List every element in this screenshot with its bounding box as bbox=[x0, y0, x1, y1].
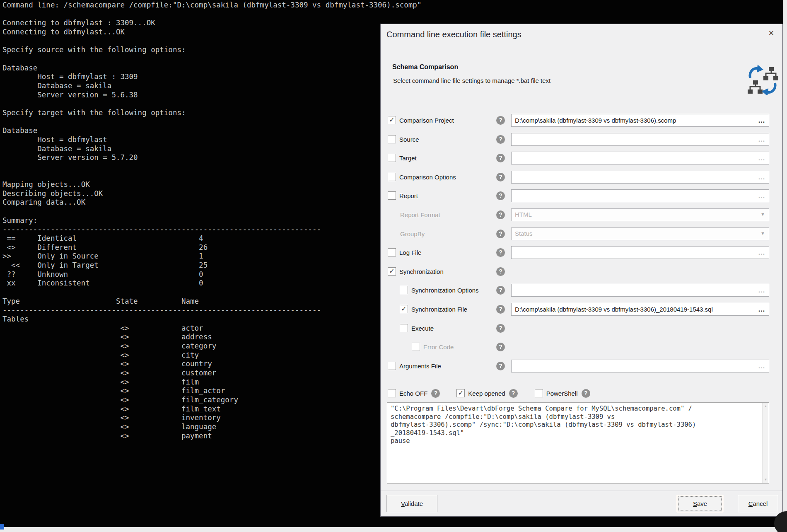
row-groupby: GroupBy ? Status ▼ bbox=[381, 224, 783, 243]
help-icon[interactable]: ? bbox=[496, 210, 505, 219]
help-icon[interactable]: ? bbox=[496, 135, 505, 144]
report-format-label: Report Format bbox=[400, 211, 440, 218]
browse-ellipsis-icon[interactable]: … bbox=[758, 360, 765, 372]
browse-ellipsis-icon[interactable]: … bbox=[758, 134, 765, 145]
source-input[interactable] bbox=[512, 133, 769, 145]
help-icon[interactable]: ? bbox=[496, 343, 505, 351]
row-arguments-file: Arguments File ? … bbox=[381, 356, 783, 375]
check-icon: ✓ bbox=[458, 390, 464, 397]
row-report: Report ? … bbox=[381, 186, 783, 205]
row-source: Source ? … bbox=[381, 130, 783, 149]
check-icon: ✓ bbox=[401, 306, 406, 312]
row-synchronization-file: ✓ Synchronization File ? … bbox=[381, 300, 783, 319]
error-code-label: Error Code bbox=[423, 343, 454, 351]
bat-text-area[interactable] bbox=[387, 403, 762, 483]
arguments-file-field: … bbox=[511, 360, 769, 372]
help-icon[interactable]: ? bbox=[496, 116, 505, 125]
error-code-checkbox[interactable] bbox=[412, 343, 420, 351]
check-icon: ✓ bbox=[389, 117, 394, 123]
report-format-dropdown[interactable]: HTML ▼ bbox=[511, 208, 769, 221]
browse-ellipsis-icon[interactable]: … bbox=[758, 247, 765, 258]
browse-ellipsis-icon[interactable]: … bbox=[758, 172, 765, 183]
log-file-checkbox[interactable] bbox=[388, 248, 396, 256]
target-checkbox[interactable] bbox=[388, 154, 396, 162]
row-synchronization-options: Synchronization Options ? … bbox=[381, 281, 783, 300]
help-icon[interactable]: ? bbox=[496, 362, 505, 370]
synchronization-file-checkbox[interactable]: ✓ bbox=[400, 305, 408, 313]
row-synchronization: ✓ Synchronization ? bbox=[381, 262, 783, 281]
close-icon[interactable]: × bbox=[765, 27, 777, 40]
window-frame-right bbox=[783, 0, 787, 532]
row-comparison-project: ✓ Comparison Project ? … bbox=[381, 111, 783, 130]
source-checkbox[interactable] bbox=[388, 135, 396, 143]
browse-ellipsis-icon[interactable]: … bbox=[758, 304, 765, 315]
row-comparison-options: Comparison Options ? … bbox=[381, 167, 783, 186]
synchronization-options-input[interactable] bbox=[512, 284, 769, 296]
console-output: Command line: /schemacompare /compfile:"… bbox=[2, 1, 421, 440]
cancel-button[interactable]: Cancel bbox=[738, 495, 778, 512]
save-button[interactable]: Save bbox=[677, 495, 723, 512]
comparison-options-checkbox[interactable] bbox=[388, 173, 396, 181]
comparison-project-checkbox[interactable]: ✓ bbox=[388, 116, 396, 124]
browse-ellipsis-icon[interactable]: … bbox=[758, 152, 765, 164]
arguments-file-input[interactable] bbox=[512, 360, 769, 372]
browse-ellipsis-icon[interactable]: … bbox=[758, 285, 765, 296]
row-report-format: Report Format ? HTML ▼ bbox=[381, 205, 783, 224]
synchronization-checkbox[interactable]: ✓ bbox=[388, 267, 396, 276]
dialog-subtitle: Select command line file settings to man… bbox=[393, 77, 550, 84]
scrollbar-up-icon[interactable]: ▲ bbox=[763, 404, 769, 408]
echo-off-checkbox[interactable] bbox=[388, 389, 396, 397]
synchronization-file-input[interactable] bbox=[512, 303, 769, 315]
scrollbar-down-icon[interactable]: ▼ bbox=[763, 478, 769, 481]
powershell-checkbox[interactable] bbox=[535, 389, 543, 397]
comparison-options-field: … bbox=[511, 171, 769, 184]
browse-ellipsis-icon[interactable]: … bbox=[758, 190, 765, 201]
report-label: Report bbox=[399, 192, 418, 199]
taskbar-corner-chip bbox=[0, 524, 4, 530]
chevron-down-icon: ▼ bbox=[760, 212, 765, 217]
synchronization-options-checkbox[interactable] bbox=[400, 286, 408, 294]
execute-label: Execute bbox=[411, 325, 434, 332]
help-icon[interactable]: ? bbox=[496, 230, 505, 238]
help-icon[interactable]: ? bbox=[582, 389, 590, 398]
arguments-file-checkbox[interactable] bbox=[388, 362, 396, 370]
comparison-options-input[interactable] bbox=[512, 171, 769, 183]
report-checkbox[interactable] bbox=[388, 191, 396, 200]
help-icon[interactable]: ? bbox=[496, 248, 505, 257]
keep-opened-checkbox[interactable]: ✓ bbox=[456, 389, 465, 397]
log-file-label: Log File bbox=[399, 249, 421, 256]
target-input[interactable] bbox=[512, 152, 769, 164]
groupby-dropdown[interactable]: Status ▼ bbox=[511, 227, 769, 240]
synchronization-options-label: Synchronization Options bbox=[411, 287, 479, 294]
comparison-options-label: Comparison Options bbox=[399, 174, 456, 181]
execute-checkbox[interactable] bbox=[400, 324, 408, 332]
help-icon[interactable]: ? bbox=[496, 173, 505, 181]
browse-ellipsis-icon[interactable]: … bbox=[758, 115, 765, 126]
schema-compare-icon bbox=[747, 61, 778, 95]
help-icon[interactable]: ? bbox=[496, 267, 505, 276]
chevron-down-icon: ▼ bbox=[760, 231, 765, 236]
help-icon[interactable]: ? bbox=[496, 154, 505, 162]
help-icon[interactable]: ? bbox=[496, 286, 505, 295]
scrollbar[interactable]: ▲ ▼ bbox=[762, 403, 768, 483]
synchronization-options-field: … bbox=[511, 284, 769, 297]
row-target: Target ? … bbox=[381, 148, 783, 167]
help-icon[interactable]: ? bbox=[431, 389, 440, 398]
help-icon[interactable]: ? bbox=[496, 305, 505, 314]
schema-comparison-heading: Schema Comparison bbox=[392, 63, 458, 71]
help-icon[interactable]: ? bbox=[496, 324, 505, 333]
comparison-project-input[interactable] bbox=[512, 114, 769, 126]
source-field: … bbox=[511, 133, 769, 146]
powershell-label: PowerShell bbox=[546, 390, 578, 397]
help-icon[interactable]: ? bbox=[509, 389, 518, 398]
report-input[interactable] bbox=[512, 190, 769, 202]
flags-row: Echo OFF ? ✓ Keep opened ? PowerShell ? bbox=[381, 384, 783, 403]
comparison-project-label: Comparison Project bbox=[399, 117, 454, 124]
footer-divider bbox=[381, 491, 782, 491]
log-file-input[interactable] bbox=[512, 247, 769, 259]
target-field: … bbox=[511, 152, 769, 164]
help-icon[interactable]: ? bbox=[496, 191, 505, 200]
validate-button[interactable]: Validate bbox=[386, 495, 437, 512]
check-icon: ✓ bbox=[389, 268, 394, 275]
synchronization-file-label: Synchronization File bbox=[411, 306, 467, 313]
